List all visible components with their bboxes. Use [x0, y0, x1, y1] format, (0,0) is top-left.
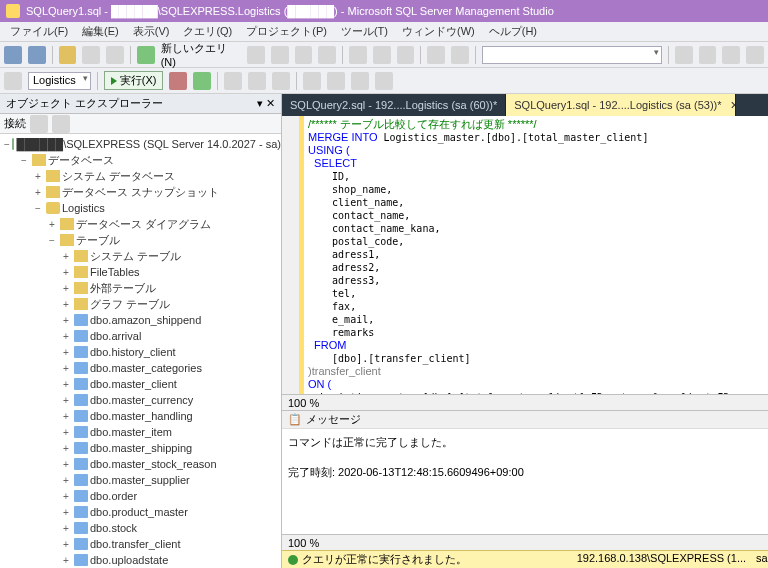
- menu-window[interactable]: ウィンドウ(W): [396, 22, 481, 41]
- table-node[interactable]: +dbo.amazon_shippend: [0, 312, 281, 328]
- redo-icon[interactable]: [451, 46, 469, 64]
- table-node[interactable]: +dbo.master_shipping: [0, 440, 281, 456]
- table-node[interactable]: +dbo.history_client: [0, 344, 281, 360]
- tb-icon[interactable]: [722, 46, 740, 64]
- table-node[interactable]: +dbo.transfer_client: [0, 536, 281, 552]
- table-node[interactable]: +dbo.master_currency: [0, 392, 281, 408]
- parse-icon[interactable]: [193, 72, 211, 90]
- panel-dropdown-icon[interactable]: ▾ ✕: [257, 97, 275, 110]
- editor-tabs: SQLQuery2.sql - 192....Logistics (sa (60…: [282, 94, 768, 116]
- table-node[interactable]: +dbo.product_master: [0, 504, 281, 520]
- tb-icon[interactable]: [351, 72, 369, 90]
- menu-file[interactable]: ファイル(F): [4, 22, 74, 41]
- execute-button[interactable]: 実行(X): [104, 71, 164, 90]
- status-message: クエリが正常に実行されました。: [288, 552, 467, 567]
- table-node[interactable]: +dbo.master_item: [0, 424, 281, 440]
- cut-icon[interactable]: [349, 46, 367, 64]
- tab-query2[interactable]: SQLQuery2.sql - 192....Logistics (sa (60…: [282, 94, 506, 116]
- menu-project[interactable]: プロジェクト(P): [240, 22, 333, 41]
- messages-panel: 📋メッセージ コマンドは正常に完了しました。 完了時刻: 2020-06-13T…: [282, 410, 768, 550]
- status-bar: クエリが正常に実行されました。 192.168.0.138\SQLEXPRESS…: [282, 550, 768, 568]
- table-node[interactable]: +dbo.master_supplier: [0, 472, 281, 488]
- refresh-icon[interactable]: [30, 115, 48, 133]
- table-node[interactable]: +dbo.master_stock_reason: [0, 456, 281, 472]
- tab-query1[interactable]: SQLQuery1.sql - 192....Logistics (sa (53…: [506, 94, 736, 116]
- table-node[interactable]: +dbo.master_client: [0, 376, 281, 392]
- table-node[interactable]: +dbo.arrival: [0, 328, 281, 344]
- zoom-level[interactable]: 100 %: [288, 397, 319, 409]
- back-icon[interactable]: [4, 46, 22, 64]
- open-icon[interactable]: [59, 46, 77, 64]
- newquery-icon[interactable]: [137, 46, 155, 64]
- messages-tab-icon: 📋: [288, 413, 302, 426]
- tb-icon[interactable]: [675, 46, 693, 64]
- menu-edit[interactable]: 編集(E): [76, 22, 125, 41]
- tb-icon[interactable]: [746, 46, 764, 64]
- filter-icon[interactable]: [52, 115, 70, 133]
- tb-icon[interactable]: [271, 46, 289, 64]
- table-node[interactable]: +dbo.uploadstate: [0, 552, 281, 568]
- save-icon[interactable]: [82, 46, 100, 64]
- tb-icon[interactable]: [224, 72, 242, 90]
- tb-icon[interactable]: [303, 72, 321, 90]
- messages-body[interactable]: コマンドは正常に完了しました。 完了時刻: 2020-06-13T12:48:1…: [282, 429, 768, 534]
- menubar: ファイル(F) 編集(E) 表示(V) クエリ(Q) プロジェクト(P) ツール…: [0, 22, 768, 42]
- table-node[interactable]: +dbo.order: [0, 488, 281, 504]
- menu-tools[interactable]: ツール(T): [335, 22, 394, 41]
- table-node[interactable]: +dbo.stock: [0, 520, 281, 536]
- messages-tab[interactable]: メッセージ: [306, 412, 361, 427]
- tb-icon[interactable]: [699, 46, 717, 64]
- zoom-level[interactable]: 100 %: [288, 537, 319, 549]
- undo-icon[interactable]: [427, 46, 445, 64]
- status-user: sa (53): [756, 552, 768, 567]
- paste-icon[interactable]: [397, 46, 415, 64]
- object-tree[interactable]: −██████\SQLEXPRESS (SQL Server 14.0.2027…: [0, 134, 281, 568]
- toolbar-main: 新しいクエリ(N): [0, 42, 768, 68]
- tb-icon[interactable]: [248, 72, 266, 90]
- solution-combo[interactable]: [482, 46, 662, 64]
- tb-icon[interactable]: [327, 72, 345, 90]
- connection-icon[interactable]: [4, 72, 22, 90]
- copy-icon[interactable]: [373, 46, 391, 64]
- menu-help[interactable]: ヘルプ(H): [483, 22, 543, 41]
- tb-icon[interactable]: [318, 46, 336, 64]
- connect-label[interactable]: 接続: [4, 116, 26, 131]
- sql-editor[interactable]: /****** テーブル比較して存在すれば更新 ******/ MERGE IN…: [282, 116, 768, 394]
- table-node[interactable]: +dbo.master_categories: [0, 360, 281, 376]
- editor-area: SQLQuery2.sql - 192....Logistics (sa (60…: [282, 94, 768, 568]
- toolbar-query: Logistics 実行(X): [0, 68, 768, 94]
- close-icon[interactable]: ✕: [730, 99, 737, 112]
- forward-icon[interactable]: [28, 46, 46, 64]
- tb-icon[interactable]: [295, 46, 313, 64]
- status-server: 192.168.0.138\SQLEXPRESS (1...: [577, 552, 746, 567]
- app-icon: [6, 4, 20, 18]
- object-explorer-title: オブジェクト エクスプローラー: [6, 96, 163, 111]
- menu-query[interactable]: クエリ(Q): [177, 22, 238, 41]
- saveall-icon[interactable]: [106, 46, 124, 64]
- stop-icon[interactable]: [169, 72, 187, 90]
- tb-icon[interactable]: [375, 72, 393, 90]
- newquery-label[interactable]: 新しいクエリ(N): [161, 41, 241, 68]
- window-title: SQLQuery1.sql - ██████\SQLEXPRESS.Logist…: [26, 5, 554, 17]
- database-combo[interactable]: Logistics: [28, 72, 91, 90]
- table-node[interactable]: +dbo.master_handling: [0, 408, 281, 424]
- tb-icon[interactable]: [247, 46, 265, 64]
- menu-view[interactable]: 表示(V): [127, 22, 176, 41]
- titlebar: SQLQuery1.sql - ██████\SQLEXPRESS.Logist…: [0, 0, 768, 22]
- object-explorer: オブジェクト エクスプローラー ▾ ✕ 接続 −██████\SQLEXPRES…: [0, 94, 282, 568]
- tb-icon[interactable]: [272, 72, 290, 90]
